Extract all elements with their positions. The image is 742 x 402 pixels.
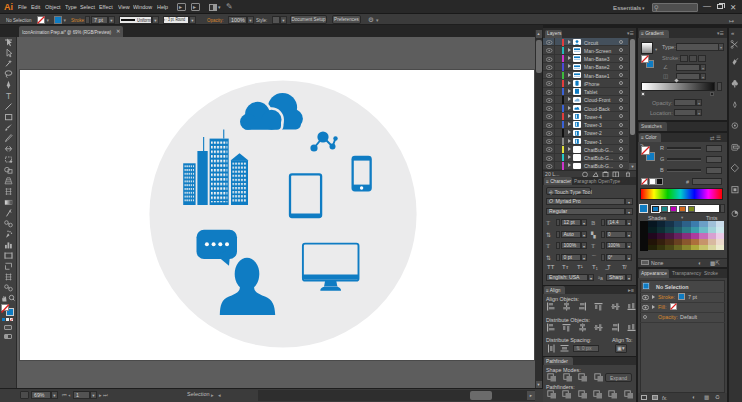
svg-text:T: T	[6, 91, 11, 101]
